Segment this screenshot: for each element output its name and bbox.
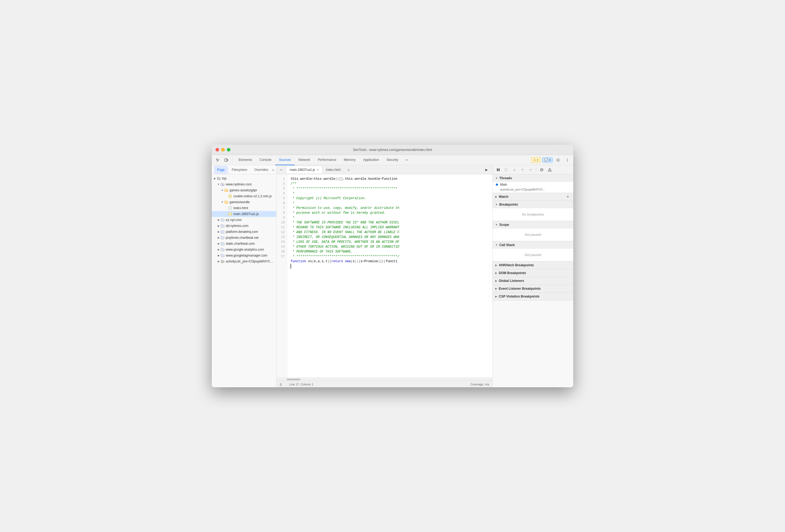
folder-icon-top [217, 176, 221, 181]
csp-bp-header[interactable]: ▶ CSP Violation Breakpoints [492, 293, 573, 300]
pause-resume-button[interactable] [495, 166, 502, 173]
call-stack-header[interactable]: ▼ Call Stack [492, 241, 573, 249]
tree-item-a1-nyt[interactable]: ▶ a1.nyt.com [212, 217, 276, 223]
subtabs-menu[interactable]: ⋮ [275, 166, 277, 173]
subtabs-more[interactable]: » [272, 166, 274, 173]
editor-tabs-bar: ⇐ main.18637ca1.js × index.html » ▶ [277, 165, 492, 175]
warn-icon: ⚠ [533, 158, 536, 162]
run-snippet-button[interactable]: ▶ [483, 166, 490, 174]
xhr-breakpoints-header[interactable]: ▶ XHR/fetch Breakpoints [492, 261, 573, 269]
tree-item-static-chartbeat[interactable]: ▶ static.chartbeat.com [212, 241, 276, 247]
subtab-filesystem[interactable]: Filesystem [228, 166, 250, 174]
tree-item-index-html[interactable]: ▶ index.html [212, 205, 276, 211]
code-line-3: * **************************************… [290, 186, 489, 191]
line-num-11: 11 [277, 225, 287, 230]
code-content: this.wordle=this.wordle||{},this.wordle.… [287, 175, 492, 378]
warnings-badge[interactable]: ⚠ 2 [531, 157, 540, 162]
tree-item-dd-nytimes[interactable]: ▶ dd.nytimes.com [212, 223, 276, 229]
tree-item-top[interactable]: ▶ top [212, 176, 276, 181]
tree-item-cookie-notice[interactable]: ▶ JS cookie-notice-v2.1.2.min.js [212, 193, 276, 199]
main-thread-item[interactable]: Main [492, 182, 573, 187]
step-into-button[interactable] [511, 166, 518, 173]
tab-memory[interactable]: Memory [340, 155, 359, 165]
tree-item-gtm[interactable]: ▶ www.googletagmanager.com [212, 252, 276, 259]
tab-application[interactable]: Application [359, 155, 383, 165]
tab-network[interactable]: Network [295, 155, 314, 165]
horizontal-scrollbar[interactable] [277, 378, 492, 381]
watch-header[interactable]: ▶ Watch + [492, 193, 573, 201]
csp-bp-title: CSP Violation Breakpoints [499, 295, 539, 298]
settings-button[interactable] [554, 156, 562, 164]
code-line-17: * **************************************… [290, 254, 489, 259]
tree-item-google-analytics[interactable]: ▶ www.google-analytics.com [212, 247, 276, 252]
inspect-element-button[interactable] [214, 156, 222, 164]
step-over-button[interactable] [503, 166, 510, 173]
code-line-7: * Permission to use, copy, modify, and/o… [290, 206, 489, 211]
scope-header[interactable]: ▼ Scope [492, 221, 573, 229]
event-listener-arrow: ▶ [495, 287, 497, 290]
tree-item-games-assets[interactable]: ▼ games-assets/gdpr [212, 187, 276, 193]
editor-tabs-more[interactable]: » [345, 166, 352, 173]
toggle-sidebar-button[interactable]: ⇐ [278, 166, 285, 174]
dom-breakpoints-header[interactable]: ▶ DOM Breakpoints [492, 269, 573, 277]
subtab-page[interactable]: Page [214, 166, 228, 174]
pause-on-exceptions-button[interactable] [546, 166, 553, 173]
global-listeners-header[interactable]: ▶ Global Listeners [492, 277, 573, 285]
line-num-16: 16 [277, 249, 287, 254]
event-listener-bp-header[interactable]: ▶ Event Listener Breakpoints [492, 285, 573, 292]
tree-item-activityi[interactable]: ▶ activityi;dc_pre=Cl3joqaWhfYCFc9V1Qc [212, 259, 276, 264]
svg-text:JS: JS [229, 213, 231, 215]
scope-section: ▼ Scope Not paused [492, 221, 573, 241]
tree-item-platform-iterate[interactable]: ▶ platform.iteratehq.com [212, 229, 276, 235]
svg-point-4 [567, 160, 567, 160]
breakpoints-content: No breakpoints [492, 208, 573, 221]
right-panel-scroll[interactable]: ▼ Threads Main activityi;dc_pre=Cl3joqaW… [492, 175, 573, 387]
cloud-folder-icon-pnytimes [220, 236, 225, 240]
tab-security[interactable]: Security [383, 155, 402, 165]
tree-item-games-wordle[interactable]: ▼ games/wordle [212, 199, 276, 205]
file-tree-scroll[interactable]: ▶ top ▼ ☁ www.nytimes.com ▼ [212, 175, 276, 387]
more-options-button[interactable] [563, 156, 571, 164]
code-line-5: * Copyright (c) Microsoft Corporation. [290, 196, 489, 201]
code-line-10: * THE SOFTWARE IS PROVIDED "AS IS" AND T… [290, 220, 489, 225]
toolbar-right: ⚠ 2 💬 3 [531, 156, 571, 164]
tree-item-main-js[interactable]: ▶ JS main.18637ca1.js [212, 211, 276, 217]
tree-item-pnytimes-chartbeat[interactable]: ▶ pnytimes.chartbeat.net [212, 235, 276, 241]
close-button[interactable] [216, 148, 219, 152]
tab-elements[interactable]: Elements [235, 155, 256, 165]
maximize-button[interactable] [227, 148, 230, 152]
subtab-overrides[interactable]: Overrides [251, 166, 271, 174]
step-button[interactable] [527, 166, 534, 173]
code-editor[interactable]: 1 2 3 4 5 6 7 8 9 10 11 12 13 14 [277, 175, 492, 387]
call-stack-not-paused: Not paused [496, 251, 570, 259]
tab-performance[interactable]: Performance [314, 155, 340, 165]
step-out-button[interactable] [519, 166, 526, 173]
close-tab-main-js[interactable]: × [317, 168, 319, 172]
tab-more[interactable]: » [402, 155, 411, 165]
code-area[interactable]: 1 2 3 4 5 6 7 8 9 10 11 12 13 14 [277, 175, 492, 378]
code-line-4: * [290, 191, 489, 196]
tab-console[interactable]: Console [256, 155, 275, 165]
threads-header[interactable]: ▼ Threads [492, 175, 573, 182]
tab-sources[interactable]: Sources [275, 155, 295, 165]
tree-item-www-nytimes[interactable]: ▼ ☁ www.nytimes.com [212, 181, 276, 187]
debug-sep [536, 168, 536, 172]
watch-section: ▶ Watch + [492, 193, 573, 201]
errors-badge[interactable]: 💬 3 [542, 157, 553, 162]
tree-label-static: static.chartbeat.com [226, 242, 274, 245]
format-button[interactable]: {} [280, 383, 282, 386]
breakpoints-header[interactable]: ▼ Breakpoints [492, 201, 573, 208]
h-scroll-thumb[interactable] [287, 379, 300, 380]
tree-arrow-activityi: ▶ [217, 260, 220, 263]
deactivate-breakpoints-button[interactable] [538, 166, 545, 173]
threads-title: Threads [499, 176, 512, 180]
minimize-button[interactable] [221, 148, 225, 152]
tree-label-www-nytimes: www.nytimes.com [226, 183, 274, 186]
editor-tab-index-html[interactable]: index.html [322, 166, 344, 174]
device-toolbar-button[interactable] [223, 156, 230, 164]
line-num-15: 15 [277, 244, 287, 249]
file-icon-main-js: JS [228, 212, 232, 216]
add-watch-button[interactable]: + [565, 194, 571, 200]
editor-tab-main-js[interactable]: main.18637ca1.js × [286, 166, 322, 174]
tree-arrow-top: ▶ [213, 177, 217, 180]
